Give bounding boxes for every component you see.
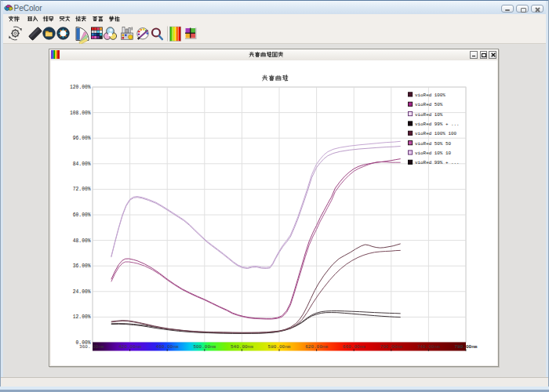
svg-text:360.: 360. <box>79 344 90 350</box>
svg-text:120.00%: 120.00% <box>70 85 91 90</box>
svg-text:660.00nm: 660.00nm <box>343 344 365 350</box>
svg-text:24.00%: 24.00% <box>73 289 91 295</box>
svg-text:108.00%: 108.00% <box>70 111 91 116</box>
svg-text:72.00%: 72.00% <box>73 187 91 192</box>
svg-text:vioRed 10%: vioRed 10% <box>415 112 443 118</box>
svg-text:48.00%: 48.00% <box>73 238 91 244</box>
svg-text:60.00%: 60.00% <box>73 212 91 218</box>
svg-text:420.00nm: 420.00nm <box>118 344 141 350</box>
svg-text:580.00nm: 580.00nm <box>268 344 291 350</box>
svg-text:vioRed 10% 10: vioRed 10% 10 <box>415 151 451 156</box>
svg-text:12.00%: 12.00% <box>73 314 91 320</box>
svg-text:96.00%: 96.00% <box>73 136 91 141</box>
svg-text:460.00nm: 460.00nm <box>156 344 179 350</box>
svg-text:84.00%: 84.00% <box>73 162 91 167</box>
svg-text:vioRed 99% + ...: vioRed 99% + ... <box>415 122 460 127</box>
svg-text:36.00%: 36.00% <box>73 263 91 269</box>
svg-text:500.00nm: 500.00nm <box>193 344 216 350</box>
svg-text:vioRed 99% + ...: vioRed 99% + ... <box>415 160 460 165</box>
svg-text:700.00nm: 700.00nm <box>380 344 402 350</box>
svg-text:740.00nm: 740.00nm <box>417 344 440 350</box>
svg-text:780.00nm: 780.00nm <box>455 344 478 350</box>
svg-text:620.00nm: 620.00nm <box>305 344 328 350</box>
svg-text:vioRed 100%: vioRed 100% <box>415 93 445 98</box>
svg-text:540.00nm: 540.00nm <box>231 344 253 350</box>
svg-text:vioRed 100% 100: vioRed 100% 100 <box>415 131 456 136</box>
svg-text:vioRed 50%: vioRed 50% <box>415 102 443 107</box>
svg-text:vioRed 50% 50: vioRed 50% 50 <box>415 141 451 147</box>
